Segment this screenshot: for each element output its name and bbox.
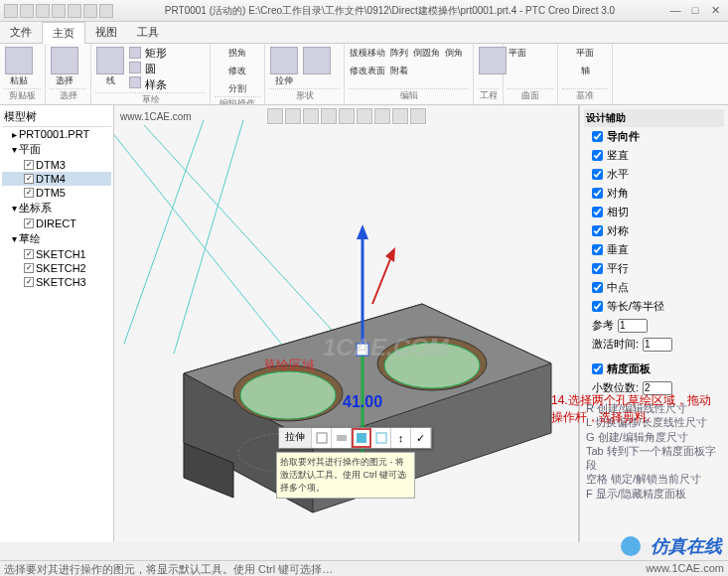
g-tan-checkbox[interactable] xyxy=(592,207,603,217)
maximize-button[interactable]: □ xyxy=(686,4,704,18)
tab-view[interactable]: 视图 xyxy=(85,22,127,43)
group-surface: 曲面 xyxy=(508,88,553,102)
svg-point-12 xyxy=(384,343,480,388)
popup-ok-button[interactable]: ✓ xyxy=(411,428,431,448)
select-button[interactable]: 选择 xyxy=(50,46,79,88)
popup-both-button[interactable] xyxy=(332,428,352,448)
window-buttons: — □ ✕ xyxy=(666,4,724,18)
group-datum: 基准 xyxy=(562,88,608,102)
tree-dtm5[interactable]: ✓ DTM5 xyxy=(2,186,111,200)
menu-bar: 文件 主页 视图 工具 xyxy=(0,22,728,44)
popup-flip-button[interactable]: ↕ xyxy=(391,428,411,448)
qat-redo-icon[interactable] xyxy=(68,4,81,18)
g-perp-checkbox[interactable] xyxy=(592,244,603,255)
qat-new-icon[interactable] xyxy=(4,4,18,18)
tree-sketch-group[interactable]: ▾ 草绘 xyxy=(2,230,111,247)
tree-root[interactable]: ▸ PRT0001.PRT xyxy=(2,127,111,141)
status-text: 选择要对其进行操作的图元，将显示默认工具。使用 Ctrl 键可选择… xyxy=(4,562,333,575)
g-par-checkbox[interactable] xyxy=(592,263,603,274)
sketch-area-label: 草绘区域 xyxy=(263,357,315,374)
ribbon: 粘贴 剪贴板 选择 选择 线 矩形 圆 样条 草绘 拐角 修改 分割 编辑操作 xyxy=(0,44,728,105)
group-editing: 编辑 xyxy=(349,88,469,102)
circle-button[interactable] xyxy=(128,61,142,74)
g-horz-checkbox[interactable] xyxy=(592,169,603,180)
popup-add-button[interactable] xyxy=(312,428,332,448)
qat-regen-icon[interactable] xyxy=(83,4,97,18)
qat-open-icon[interactable] xyxy=(20,4,34,18)
context-toolbar: 拉伸 ↕ ✓ xyxy=(278,427,432,449)
extrude-button[interactable]: 拉伸 xyxy=(269,46,299,88)
panel-title: 设计辅助 xyxy=(584,109,724,127)
popup-cut-button[interactable] xyxy=(352,428,371,448)
quick-access-toolbar xyxy=(4,4,113,18)
tree-sketch1[interactable]: ✓ SKETCH1 xyxy=(2,247,111,261)
guides-checkbox[interactable] xyxy=(592,131,603,142)
svg-rect-21 xyxy=(337,435,347,441)
revolve-button[interactable] xyxy=(302,46,332,88)
instruction-callout: 14.选择两个孔草绘区域，拖动操作杆，选择剪料. xyxy=(551,392,720,426)
attach-button[interactable]: 附着 xyxy=(389,64,409,78)
g-sym-checkbox[interactable] xyxy=(592,225,603,236)
tab-file[interactable]: 文件 xyxy=(0,22,42,43)
paste-button[interactable]: 粘贴 xyxy=(4,46,34,88)
qat-save-icon[interactable] xyxy=(36,4,50,18)
svg-line-17 xyxy=(372,254,392,304)
g-mid-checkbox[interactable] xyxy=(592,282,603,293)
tree-planes-group[interactable]: ▾ 平面 xyxy=(2,141,111,158)
qat-close-icon[interactable] xyxy=(99,4,113,18)
svg-line-3 xyxy=(174,120,243,354)
offset-button[interactable]: 修改 xyxy=(215,64,260,78)
tab-home[interactable]: 主页 xyxy=(42,22,85,44)
model-tree-header: 模型树 xyxy=(2,107,111,127)
group-eng: 工程 xyxy=(478,88,499,102)
corner-button[interactable]: 拐角 xyxy=(215,46,260,61)
precision-label: 精度面板 xyxy=(607,361,651,376)
svg-rect-22 xyxy=(357,433,366,443)
popup-surface-button[interactable] xyxy=(371,428,391,448)
svg-point-24 xyxy=(621,536,641,556)
close-button[interactable]: ✕ xyxy=(706,4,724,18)
activate-label: 激活时间: xyxy=(592,337,639,352)
ref-input[interactable] xyxy=(618,319,648,333)
move-button[interactable]: 拔模移动 xyxy=(349,46,386,61)
popup-tooltip: 拾取要对其进行操作的图元 - 将激活默认工具。使用 Ctrl 键可选择多个项。 xyxy=(276,452,415,499)
tree-sketch2[interactable]: ✓ SKETCH2 xyxy=(2,261,111,275)
g-diag-checkbox[interactable] xyxy=(592,188,603,199)
divide-button[interactable]: 分割 xyxy=(215,81,260,96)
tree-dtm4[interactable]: ✓ DTM4 xyxy=(2,172,111,186)
axis-button[interactable]: 轴 xyxy=(562,64,608,78)
arc-button[interactable] xyxy=(128,75,142,89)
tree-direct[interactable]: ✓ DIRECT xyxy=(2,216,111,230)
pattern-button[interactable]: 阵列 xyxy=(389,46,409,61)
svg-rect-19 xyxy=(357,344,368,356)
activate-input[interactable] xyxy=(643,338,672,352)
tab-tools[interactable]: 工具 xyxy=(127,22,169,43)
datum-plane-button[interactable]: 平面 xyxy=(562,46,608,61)
round-button[interactable]: 倒圆角 xyxy=(412,46,441,61)
group-shape: 形状 xyxy=(269,88,340,102)
line-button[interactable]: 线 xyxy=(95,46,125,92)
modface-button[interactable]: 修改表面 xyxy=(349,64,386,78)
g-equal-checkbox[interactable] xyxy=(592,301,603,312)
svg-rect-23 xyxy=(376,433,386,443)
minimize-button[interactable]: — xyxy=(666,4,684,18)
plane-button[interactable]: 平面 xyxy=(508,46,527,61)
dimension-value[interactable]: 41.00 xyxy=(343,393,382,411)
status-bar: 选择要对其进行操作的图元，将显示默认工具。使用 Ctrl 键可选择… www.1… xyxy=(0,560,728,576)
g-vert-checkbox[interactable] xyxy=(592,150,603,161)
group-select: 选择 xyxy=(50,88,86,102)
spline-label: 样条 xyxy=(145,77,167,92)
precision-checkbox[interactable] xyxy=(592,363,603,374)
chamfer-button[interactable]: 倒角 xyxy=(444,46,464,61)
ref-label: 参考 xyxy=(592,318,614,333)
rect-button[interactable] xyxy=(128,46,142,60)
group-edit: 编辑操作 xyxy=(215,96,260,105)
tree-dtm3[interactable]: ✓ DTM3 xyxy=(2,158,111,172)
tree-sketch3[interactable]: ✓ SKETCH3 xyxy=(2,275,111,289)
qat-undo-icon[interactable] xyxy=(52,4,66,18)
svg-point-9 xyxy=(240,371,336,419)
svg-rect-20 xyxy=(317,433,327,443)
tree-csys-group[interactable]: ▾ 坐标系 xyxy=(2,200,111,216)
guides-label: 导向件 xyxy=(607,129,640,144)
design-aid-panel: 设计辅助 导向件 竖直 水平 对角 相切 对称 垂直 平行 中点 等长/等半径 … xyxy=(579,105,728,542)
